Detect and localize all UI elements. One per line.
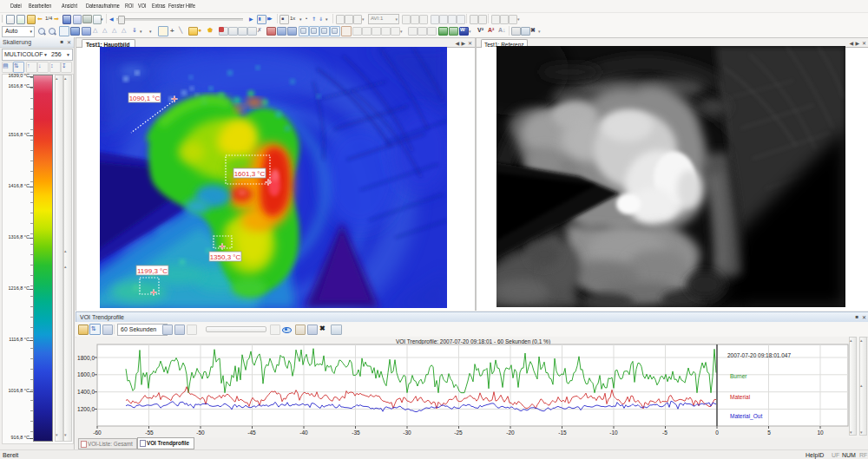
svg-text:Material_Out: Material_Out [730, 413, 762, 420]
svg-text:10: 10 [817, 429, 824, 436]
svg-text:1400,0: 1400,0 [77, 389, 95, 395]
svg-text:2007-07-20 09:18:01.047: 2007-07-20 09:18:01.047 [727, 352, 791, 358]
svg-text:1800,0: 1800,0 [77, 355, 95, 361]
svg-text:1600,0: 1600,0 [77, 371, 95, 377]
svg-text:-15: -15 [558, 429, 567, 436]
svg-text:Burner: Burner [730, 373, 747, 379]
svg-text:-60: -60 [93, 429, 102, 436]
svg-text:1350,3 °C: 1350,3 °C [210, 253, 241, 261]
svg-text:-25: -25 [454, 429, 463, 436]
svg-text:-45: -45 [247, 429, 256, 436]
svg-text:0: 0 [715, 429, 719, 436]
svg-text:-5: -5 [662, 429, 667, 436]
svg-text:-35: -35 [352, 429, 360, 436]
svg-text:Material: Material [730, 394, 751, 400]
svg-text:-10: -10 [609, 429, 618, 436]
svg-text:-55: -55 [145, 429, 154, 436]
svg-text:5: 5 [767, 429, 771, 436]
svg-text:1200,0: 1200,0 [77, 406, 95, 412]
svg-text:VOI Trendprofile: 2007-07-20 0: VOI Trendprofile: 2007-07-20 09:18:01 - … [396, 338, 550, 345]
svg-text:1199,3 °C: 1199,3 °C [137, 267, 168, 275]
svg-text:-20: -20 [506, 429, 515, 436]
svg-text:-30: -30 [403, 429, 411, 436]
svg-text:-50: -50 [196, 429, 205, 436]
svg-text:-40: -40 [299, 429, 308, 436]
svg-text:1090,1 °C: 1090,1 °C [129, 95, 161, 102]
svg-text:1601,3 °C: 1601,3 °C [234, 170, 266, 178]
